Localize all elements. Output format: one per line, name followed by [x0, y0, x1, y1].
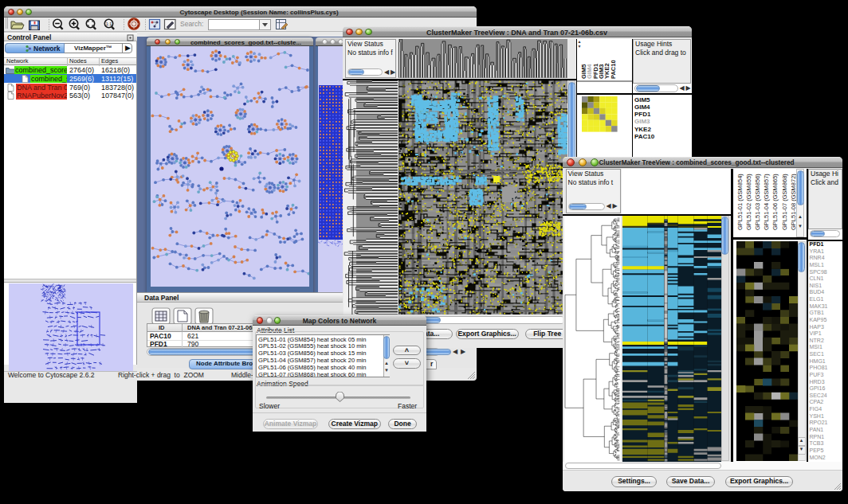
svg-text:Search:: Search:	[180, 20, 203, 28]
svg-text:1:1: 1:1	[106, 21, 112, 26]
